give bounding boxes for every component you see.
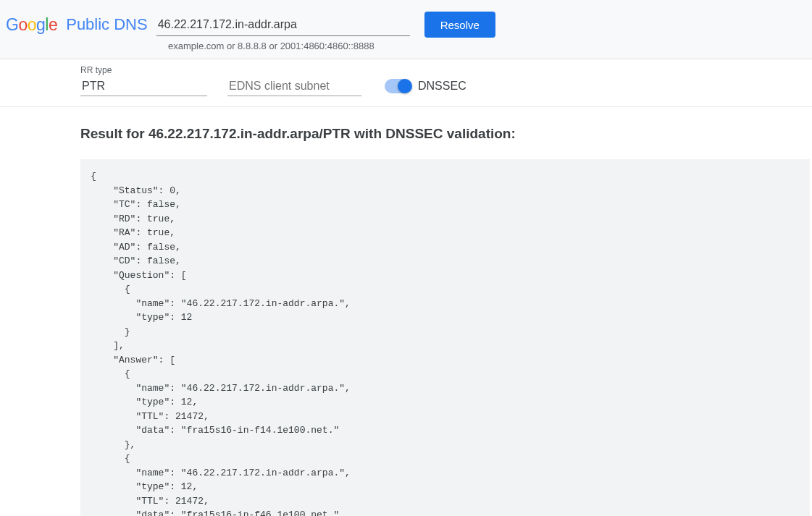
domain-input[interactable] <box>156 14 410 36</box>
json-result-block: { "Status": 0, "TC": false, "RD": true, … <box>80 159 810 516</box>
rr-type-label: RR type <box>80 65 207 75</box>
edns-input[interactable] <box>227 77 361 96</box>
google-logo: Google <box>6 15 57 35</box>
product-name: Public DNS <box>66 15 147 34</box>
query-options-row: RR type DNSSEC <box>0 59 812 107</box>
edns-field <box>227 77 361 96</box>
dnssec-toggle[interactable] <box>385 79 411 93</box>
domain-hint: example.com or 8.8.8.8 or 2001:4860:4860… <box>168 41 806 51</box>
header-top-row: Google Public DNS Resolve <box>6 12 806 38</box>
rr-type-field: RR type <box>80 65 207 96</box>
dnssec-toggle-wrap: DNSSEC <box>385 79 466 96</box>
result-heading: Result for 46.22.217.172.in-addr.arpa/PT… <box>80 126 812 142</box>
content-area: Result for 46.22.217.172.in-addr.arpa/PT… <box>0 107 812 516</box>
rr-type-input[interactable] <box>80 77 207 96</box>
toggle-knob-icon <box>398 79 412 93</box>
resolve-button[interactable]: Resolve <box>424 12 495 38</box>
header-bar: Google Public DNS Resolve example.com or… <box>0 0 812 59</box>
dnssec-label: DNSSEC <box>418 80 466 93</box>
